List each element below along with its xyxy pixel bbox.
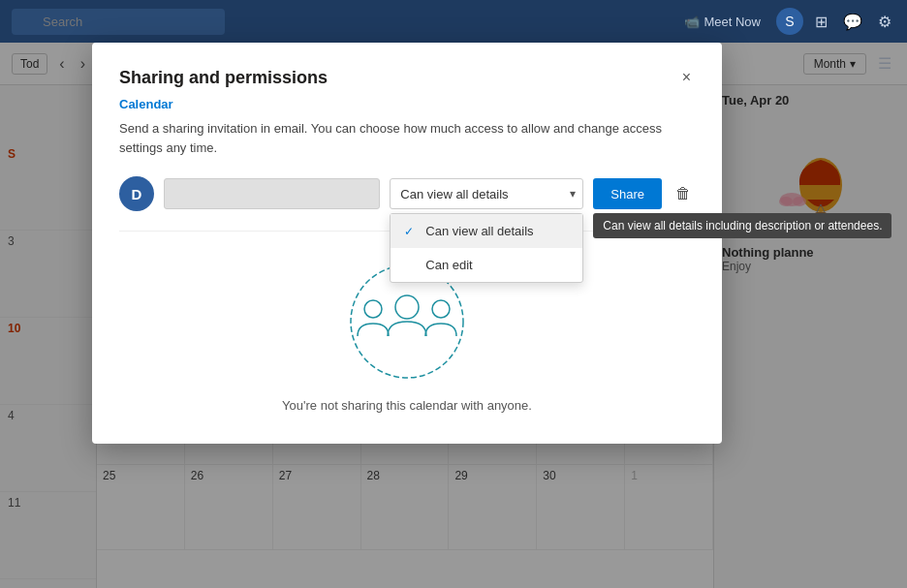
svg-point-10 [432, 300, 450, 318]
avatar-icon[interactable]: S [776, 8, 803, 35]
check-icon: ✓ [404, 225, 418, 238]
sharing-modal: Sharing and permissions × Calendar Send … [92, 43, 722, 444]
permission-select[interactable]: Can view all details Can edit [390, 178, 583, 209]
svg-point-8 [395, 295, 419, 319]
permission-dropdown-wrapper: Can view all details Can edit ▾ ✓ Can vi… [390, 178, 583, 209]
feedback-icon[interactable]: 💬 [839, 9, 866, 35]
modal-subtitle: Calendar [119, 97, 695, 111]
search-wrapper: 🔍 [12, 9, 225, 35]
recipient-input[interactable] [164, 178, 380, 209]
delete-button[interactable]: 🗑 [672, 181, 695, 206]
modal-close-button[interactable]: × [678, 66, 695, 89]
modal-description: Send a sharing invitation in email. You … [119, 119, 695, 157]
search-input[interactable] [12, 9, 225, 35]
svg-point-9 [364, 300, 382, 318]
empty-state-text: You're not sharing this calendar with an… [282, 398, 532, 413]
permission-tooltip: Can view all details including descripti… [593, 213, 891, 238]
option-can-view[interactable]: ✓ Can view all details [391, 214, 582, 248]
settings-icon[interactable]: ⚙ [874, 9, 895, 35]
permission-dropdown-menu: ✓ Can view all details Can edit [390, 213, 583, 283]
video-icon: 📹 [684, 15, 700, 29]
share-row: D Can view all details Can edit ▾ ✓ Can … [119, 176, 695, 211]
share-button[interactable]: Share [593, 178, 662, 209]
user-avatar: D [119, 176, 154, 211]
option-can-edit[interactable]: Can edit [391, 248, 582, 282]
modal-header: Sharing and permissions × [119, 66, 695, 89]
apps-icon[interactable]: ⊞ [811, 9, 831, 35]
meet-now-button[interactable]: 📹 Meet Now [676, 11, 768, 33]
topbar: 🔍 📹 Meet Now S ⊞ 💬 ⚙ [0, 0, 907, 43]
modal-title: Sharing and permissions [119, 68, 328, 88]
